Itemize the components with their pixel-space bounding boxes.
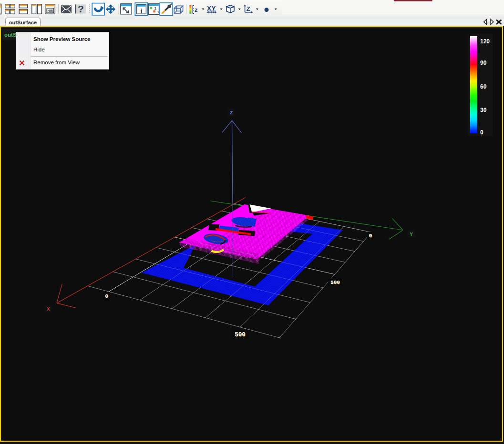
- svg-text:1: 1: [154, 6, 157, 10]
- svg-text:500: 500: [330, 280, 340, 285]
- svg-text:Z: Z: [247, 5, 250, 12]
- svg-text:60: 60: [480, 83, 487, 90]
- svg-text:z: z: [195, 6, 198, 13]
- svg-text:X: X: [47, 306, 50, 312]
- svg-text:?: ?: [78, 3, 84, 14]
- svg-text:90: 90: [480, 60, 487, 66]
- svg-text:0: 0: [369, 232, 372, 239]
- svg-text:Z: Z: [230, 110, 233, 116]
- svg-text:120: 120: [480, 38, 490, 45]
- svg-text:Y: Y: [410, 232, 413, 237]
- svg-text:XY: XY: [207, 5, 216, 12]
- svg-text:0: 0: [480, 129, 483, 136]
- svg-text:30: 30: [480, 107, 487, 113]
- svg-text:HMI: HMI: [48, 9, 53, 12]
- svg-text:0: 0: [105, 293, 108, 299]
- svg-text:500: 500: [235, 332, 246, 338]
- svg-text:i: i: [140, 7, 142, 15]
